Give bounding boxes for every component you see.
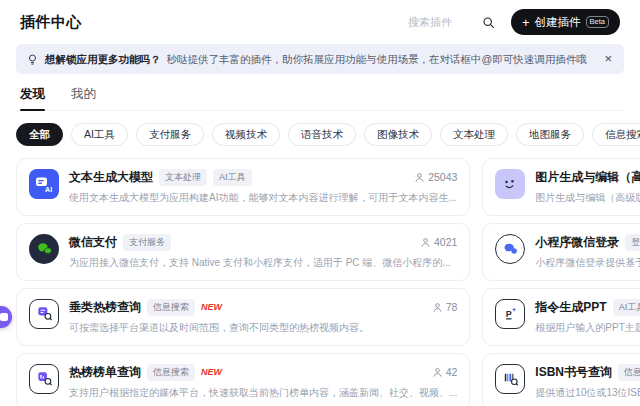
wechat-pay-icon [29,234,59,264]
plugin-card-body: 图片生成与编辑（高级版） AI工具 图像技术 4666 图片生成与编辑（高级版）… [535,169,640,205]
plugin-card[interactable]: AI 文本生成大模型 文本处理 AI工具 25043 使用文本生成大模型 [16,158,470,216]
search-input[interactable] [406,15,474,29]
banner-text: 秒哒提供了丰富的插件，助你拓展应用功能与使用场景，在对话框中@即可快速调用插件哦 [167,52,587,67]
plugin-grid: AI 文本生成大模型 文本处理 AI工具 25043 使用文本生成大模型 [16,158,624,406]
plugin-card[interactable]: 垂类热榜查询 信息搜索 NEW 78 可按需选择平台渠道以及时间范围，查询不同类… [16,288,470,346]
user-icon [432,302,443,313]
tab[interactable]: 我的 [71,86,96,103]
new-badge: NEW [201,302,222,312]
category-pill[interactable]: 地图服务 [516,123,584,146]
plugin-description: 小程序微信登录提供基于微信账号体系的小程序用户身份认证能力，通过调用微信官方..… [535,256,640,270]
user-count: 4021 [420,236,457,248]
plus-icon: + [522,16,530,29]
plugin-card-body: ISBN书号查询 信息搜索 NEW 32 提供通过10位或13位ISBN查询图书… [535,364,640,400]
ranking-search-icon [29,364,59,394]
page-title: 插件中心 [20,13,82,32]
banner-highlight: 想解锁应用更多功能吗？ [45,52,161,67]
plugin-card[interactable]: 微信支付 支付服务 4021 为应用接入微信支付，支持 Native 支付和小程… [16,223,470,281]
plugin-card-head: 小程序微信登录 登录验证 NEW 470 [535,234,640,251]
create-plugin-label: 创建插件 [535,15,581,30]
category-pill[interactable]: 全部 [16,123,63,146]
plugin-card-head: 指令生成PPT AI工具 NEW 49 [535,299,640,316]
svg-text:P: P [506,309,512,319]
plugin-title: 热榜榜单查询 [69,364,141,381]
user-count: 42 [432,366,458,378]
wechat-login-icon [495,234,525,264]
plugin-tag: AI工具 [213,169,252,186]
user-count: 25043 [414,171,457,183]
plugin-tag: 文本处理 [159,169,207,186]
promo-banner: 想解锁应用更多功能吗？ 秒哒提供了丰富的插件，助你拓展应用功能与使用场景，在对话… [16,44,624,74]
user-icon [420,237,431,248]
user-count: 78 [432,301,458,313]
page-header: 插件中心 + 创建插件 Beta [0,0,640,41]
plugin-title: 文本生成大模型 [69,169,153,186]
plugin-tag: 信息搜索 [147,299,195,316]
plugin-card-head: 微信支付 支付服务 4021 [69,234,457,251]
header-actions: + 创建插件 Beta [406,9,620,35]
plugin-card-head: ISBN书号查询 信息搜索 NEW 32 [535,364,640,381]
svg-text:AI: AI [45,185,52,192]
user-count-value: 4021 [434,236,457,248]
plugin-card[interactable]: 小程序微信登录 登录验证 NEW 470 小程序微信登录提供基于微信账号体系的小… [482,223,640,281]
plugin-description: 使用文本生成大模型为应用构建AI功能，能够对文本内容进行理解，可用于文本内容生.… [69,191,457,205]
category-pill[interactable]: AI工具 [71,123,128,146]
banner-close-icon[interactable]: × [602,50,614,68]
category-pill[interactable]: 视频技术 [212,123,280,146]
user-count-value: 42 [446,366,458,378]
plugin-card-body: 指令生成PPT AI工具 NEW 49 根据用户输入的PPT主题内容指令，匹配合… [535,299,640,335]
plugin-description: 提供通过10位或13位ISBN查询图书的详细信息的能力，并支持获取书名、作者、出… [535,386,640,400]
plugin-title: 微信支付 [69,234,117,251]
category-pill[interactable]: 支付服务 [136,123,204,146]
plugin-card-body: 微信支付 支付服务 4021 为应用接入微信支付，支持 Native 支付和小程… [69,234,457,270]
search-icon[interactable] [482,16,495,29]
category-bar: 全部 AI工具 支付服务 视频技术 语音技术 图像技术 文本处理 地图服务 信息… [16,123,624,146]
plugin-card-body: 小程序微信登录 登录验证 NEW 470 小程序微信登录提供基于微信账号体系的小… [535,234,640,270]
plugin-card-head: 热榜榜单查询 信息搜索 NEW 42 [69,364,457,381]
category-pill[interactable]: 文本处理 [440,123,508,146]
category-pill[interactable]: 图像技术 [364,123,432,146]
search-box[interactable] [406,15,495,29]
plugin-card[interactable]: 图片生成与编辑（高级版） AI工具 图像技术 4666 图片生成与编辑（高级版）… [482,158,640,216]
plugin-card[interactable]: P 指令生成PPT AI工具 NEW 49 根据用户输入的PPT主题内容 [482,288,640,346]
plugin-description: 支持用户根据指定的媒体平台，快速获取当前热门榜单内容，涵盖新闻、社交、视频、..… [69,386,457,400]
floating-widget[interactable] [0,306,12,328]
beta-badge: Beta [586,16,609,28]
user-count-value: 25043 [428,171,457,183]
new-badge: NEW [201,367,222,377]
plugin-card[interactable]: 热榜榜单查询 信息搜索 NEW 42 支持用户根据指定的媒体平台，快速获取当前热… [16,353,470,406]
plugin-title: ISBN书号查询 [535,364,612,381]
create-plugin-button[interactable]: + 创建插件 Beta [511,9,620,35]
plugin-tag: 支付服务 [123,234,171,251]
plugin-card-body: 文本生成大模型 文本处理 AI工具 25043 使用文本生成大模型为应用构建AI… [69,169,457,205]
plugin-title: 垂类热榜查询 [69,299,141,316]
category-pill[interactable]: 信息搜索 [592,123,640,146]
hotlist-search-icon [29,299,59,329]
plugin-title: 小程序微信登录 [535,234,619,251]
plugin-tag: AI工具 [613,299,640,316]
ai-model-icon: AI [29,169,59,199]
user-icon [414,172,425,183]
category-pill[interactable]: 语音技术 [288,123,356,146]
plugin-description: 图片生成与编辑（高级版）提供通过文本或图片生成高质量图片的能力，并支持对多张..… [535,191,640,205]
plugin-card-body: 热榜榜单查询 信息搜索 NEW 42 支持用户根据指定的媒体平台，快速获取当前热… [69,364,457,400]
plugin-card-head: 垂类热榜查询 信息搜索 NEW 78 [69,299,457,316]
plugin-card-head: 图片生成与编辑（高级版） AI工具 图像技术 4666 [535,169,640,186]
user-count-value: 78 [446,301,458,313]
plugin-tag: 信息搜索 [147,364,195,381]
plugin-title: 指令生成PPT [535,299,606,316]
plugin-description: 根据用户输入的PPT主题内容指令，匹配合适的模板自动生成PPT文件，并以可下载链… [535,321,640,335]
lightbulb-icon [26,53,39,66]
plugin-card[interactable]: ISBN书号查询 信息搜索 NEW 32 提供通过10位或13位ISBN查询图书… [482,353,640,406]
plugin-card-body: 垂类热榜查询 信息搜索 NEW 78 可按需选择平台渠道以及时间范围，查询不同类… [69,299,457,335]
plugin-tag: 信息搜索 [618,364,640,381]
plugin-description: 为应用接入微信支付，支持 Native 支付和小程序支付，适用于 PC 端、微信… [69,256,457,270]
tab[interactable]: 发现 [20,86,45,103]
plugin-card-head: 文本生成大模型 文本处理 AI工具 25043 [69,169,457,186]
tab-bar: 发现 我的 [16,86,624,111]
user-icon [432,367,443,378]
plugin-description: 可按需选择平台渠道以及时间范围，查询不同类型的热榜视频内容。 [69,321,457,335]
ppt-icon: P [495,299,525,329]
isbn-icon [495,364,525,394]
image-edit-icon [495,169,525,199]
